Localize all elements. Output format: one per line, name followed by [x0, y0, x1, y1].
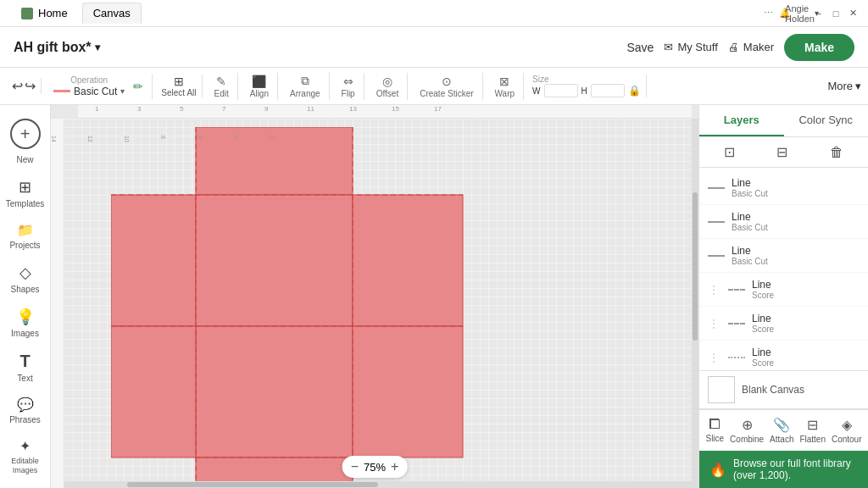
undo-button[interactable]: ↩ — [12, 78, 23, 94]
zoom-minus-button[interactable]: − — [351, 459, 359, 474]
ruler-mark-11: 11 — [307, 105, 314, 113]
layer-item[interactable]: ⋮ Line Score — [699, 341, 868, 370]
maker-button[interactable]: 🖨 Maker — [728, 41, 774, 53]
username: Angie Holden — [785, 3, 815, 24]
layer-item[interactable]: Line Basic Cut — [699, 205, 868, 239]
right-panel: Layers Color Sync ⊡ ⊟ 🗑 Line Basic Cut — [698, 105, 868, 488]
sidebar-item-upload[interactable]: ⬆ Upload — [0, 482, 50, 488]
sidebar-item-editable-images[interactable]: ✦ Editable Images — [0, 431, 50, 482]
edit-button[interactable]: ✎ Edit — [211, 73, 232, 100]
sidebar-item-text[interactable]: T Text — [0, 345, 50, 390]
blank-canvas-row[interactable]: Blank Canvas — [699, 370, 868, 409]
promo-text: Browse our full font library (over 1,200… — [733, 458, 858, 481]
tab-canvas[interactable]: Canvas — [82, 3, 142, 24]
font-promo-banner[interactable]: 🔥 Browse our full font library (over 1,2… — [699, 451, 868, 488]
close-button[interactable]: ✕ — [848, 8, 858, 19]
layer-item[interactable]: ⋮ Line Score — [699, 273, 868, 307]
edit-icon: ✎ — [216, 75, 226, 88]
layer-info: Line Score — [752, 279, 774, 300]
sidebar-item-templates[interactable]: ⊞ Templates — [0, 171, 50, 215]
flip-button[interactable]: ⇔ Flip — [338, 73, 359, 100]
tab-color-sync[interactable]: Color Sync — [784, 105, 869, 136]
size-h-input[interactable] — [591, 84, 625, 97]
select-all-button[interactable]: ⊞ Select All — [161, 75, 196, 97]
arrange-button[interactable]: ⧉ Arrange — [287, 72, 324, 100]
more-button[interactable]: More ▾ — [827, 80, 861, 92]
templates-label: Templates — [6, 199, 45, 208]
layer-line-dashed — [728, 289, 745, 291]
minimize-button[interactable]: − — [814, 8, 824, 19]
promo-icon: 🔥 — [709, 462, 726, 478]
attach-button[interactable]: 📎 Attach — [770, 417, 793, 444]
arrange-label: Arrange — [290, 89, 320, 98]
vertical-scrollbar[interactable] — [692, 119, 698, 488]
redo-button[interactable]: ↪ — [25, 78, 36, 94]
scrollbar-thumb-v — [693, 192, 698, 340]
panel-tool-deselect[interactable]: ⊟ — [776, 144, 787, 160]
combine-button[interactable]: ⊕ Combine — [730, 417, 764, 444]
sidebar-item-projects[interactable]: 📁 Projects — [0, 215, 50, 257]
flatten-button[interactable]: ⊟ Flatten — [799, 417, 826, 444]
combine-icon: ⊕ — [742, 417, 753, 433]
align-label: Align — [250, 89, 269, 98]
layer-item[interactable]: ⋮ Line Score — [699, 307, 868, 341]
more-options-icon[interactable]: ⋯ — [763, 8, 773, 19]
panel-bottom-tools: ⧠ Slice ⊕ Combine 📎 Attach ⊟ Flatten ◈ C… — [699, 409, 868, 451]
sidebar-item-new[interactable]: + New — [0, 112, 50, 171]
warp-label: Warp — [495, 89, 515, 98]
canvas-content — [64, 119, 698, 488]
ruler-horizontal: 1 3 5 7 9 11 13 15 17 — [78, 105, 692, 119]
operation-selector[interactable]: Operation Basic Cut ▾ — [50, 74, 128, 99]
warp-icon: ⊠ — [499, 75, 509, 88]
sidebar-item-phrases[interactable]: 💬 Phrases — [0, 390, 50, 431]
panel-tool-delete[interactable]: 🗑 — [830, 145, 843, 160]
ruler-vertical: 2 4 6 8 10 12 14 — [51, 119, 64, 488]
project-title[interactable]: AH gift box* ▾ — [14, 40, 100, 55]
horizontal-scrollbar[interactable] — [64, 481, 692, 488]
images-label: Images — [11, 329, 39, 338]
ruler-mark-1: 1 — [95, 105, 98, 113]
slice-button[interactable]: ⧠ Slice — [705, 417, 724, 444]
make-button[interactable]: Make — [784, 34, 854, 61]
canvas-area[interactable]: 1 3 5 7 9 11 13 15 17 2 4 6 8 10 12 14 — [51, 105, 698, 488]
envelope-icon: ✉ — [664, 41, 673, 53]
offset-button[interactable]: ◎ Offset — [373, 73, 403, 100]
ruler-v-14: 14 — [51, 136, 57, 142]
align-group: ⬛ Align — [242, 73, 278, 100]
layer-item[interactable]: Line Basic Cut — [699, 239, 868, 273]
tab-home[interactable]: Home — [10, 3, 79, 24]
new-label: New — [16, 155, 33, 164]
title-bar-controls: ⋯ 🔔 Angie Holden ▾ − □ ✕ — [763, 8, 858, 19]
ruler-mark-15: 15 — [392, 105, 399, 113]
phrases-icon: 💬 — [17, 396, 34, 413]
panel-tool-select[interactable]: ⊡ — [724, 144, 735, 160]
toolbar: ↩ ↪ Operation Basic Cut ▾ ✏ ⊞ Select All… — [0, 68, 868, 105]
maximize-button[interactable]: □ — [831, 8, 841, 19]
align-button[interactable]: ⬛ Align — [247, 73, 272, 100]
contour-button[interactable]: ◈ Contour — [832, 417, 862, 444]
warp-button[interactable]: ⊠ Warp — [492, 73, 519, 100]
ruler-v-12: 12 — [87, 136, 93, 142]
templates-icon: ⊞ — [19, 178, 31, 197]
arrange-group: ⧉ Arrange — [281, 72, 330, 100]
pencil-button[interactable]: ✏ — [130, 78, 147, 95]
layer-item[interactable]: Line Basic Cut — [699, 171, 868, 205]
create-sticker-button[interactable]: ⊙ Create Sticker — [416, 73, 476, 100]
sidebar-item-shapes[interactable]: ◇ Shapes — [0, 257, 50, 301]
size-w-input[interactable] — [544, 84, 578, 97]
ruler-v-6: 6 — [197, 136, 203, 142]
tab-layers[interactable]: Layers — [699, 105, 784, 136]
my-stuff-button[interactable]: ✉ My Stuff — [664, 41, 717, 53]
left-sidebar: + New ⊞ Templates 📁 Projects ◇ Shapes 💡 … — [0, 105, 51, 488]
panel-toolbar: ⊡ ⊟ 🗑 — [699, 137, 868, 168]
layer-line-dashed — [728, 323, 745, 324]
sidebar-item-images[interactable]: 💡 Images — [0, 301, 50, 345]
flip-icon: ⇔ — [343, 75, 353, 88]
zoom-plus-button[interactable]: + — [391, 459, 398, 474]
gift-box-shape[interactable] — [111, 127, 509, 488]
save-button[interactable]: Save — [626, 41, 654, 54]
flatten-icon: ⊟ — [807, 417, 818, 433]
svg-rect-2 — [196, 195, 353, 326]
operation-color-swatch — [53, 90, 70, 92]
main-area: + New ⊞ Templates 📁 Projects ◇ Shapes 💡 … — [0, 105, 868, 488]
